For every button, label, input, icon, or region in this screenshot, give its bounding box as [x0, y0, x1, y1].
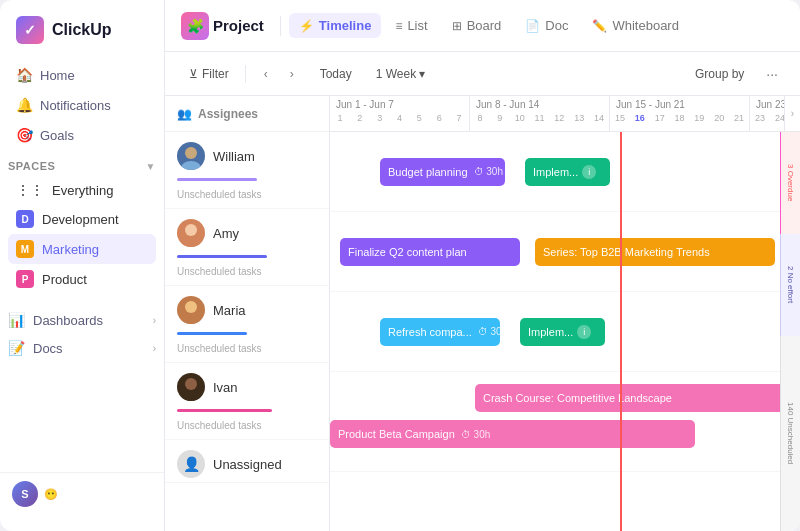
day-23: 23	[750, 113, 770, 125]
dashboards-icon: 📊	[8, 312, 25, 328]
today-button[interactable]: Today	[312, 63, 360, 85]
filter-button[interactable]: ⊻ Filter	[181, 63, 237, 85]
task-label-budget: Budget planning	[388, 166, 468, 178]
user-name-unassigned: Unassigned	[213, 457, 282, 472]
sidebar-item-product[interactable]: P Product	[8, 264, 156, 294]
spaces-section-header: Spaces ▼	[0, 150, 164, 176]
scroll-arrow-icon: ›	[791, 108, 794, 119]
assignee-info-unassigned: 👤 Unassigned	[165, 440, 329, 482]
sidebar-label-docs: Docs	[33, 341, 63, 356]
project-icon: 🧩	[181, 12, 209, 40]
user-area[interactable]: S 😶	[0, 472, 164, 515]
svg-point-7	[181, 392, 201, 401]
sidebar-item-marketing[interactable]: M Marketing	[8, 234, 156, 264]
week-group-3: Jun 15 - Jun 21 15161718192021	[610, 96, 750, 131]
marketing-dot: M	[16, 240, 34, 258]
days-row-2: 891011121314	[470, 113, 609, 125]
unscheduled-maria: Unscheduled tasks	[165, 343, 329, 362]
scroll-indicator[interactable]: ›	[784, 96, 800, 131]
task-finalize-q2[interactable]: Finalize Q2 content plan	[340, 238, 520, 266]
tab-label-timeline: Timeline	[319, 18, 372, 33]
timeline-header: Jun 1 - Jun 7 1234567 Jun 8 - Jun 14 891…	[330, 96, 800, 132]
day-3: 3	[370, 113, 390, 125]
assignee-info-maria: Maria	[165, 286, 329, 328]
task-label-impl-william: Implem...	[533, 166, 578, 178]
task-implement-maria[interactable]: Implem... i	[520, 318, 605, 346]
task-refresh-company[interactable]: Refresh compa... ⏱ 30h	[380, 318, 500, 346]
task-label-series: Series: Top B2B Marketing Trends	[543, 246, 710, 258]
assignees-panel: 👥 Assignees William Unscheduled tasks	[165, 96, 330, 531]
day-2: 2	[350, 113, 370, 125]
week-button[interactable]: 1 Week ▾	[368, 63, 433, 85]
avatar-william	[177, 142, 205, 170]
sidebar-item-docs[interactable]: 📝 Docs ›	[0, 334, 164, 362]
main-content: 🧩 Project ⚡ Timeline ≡ List ⊞ Board 📄 Do…	[165, 0, 800, 531]
task-product-beta[interactable]: Product Beta Campaign ⏱ 30h	[330, 420, 695, 448]
tab-label-doc: Doc	[545, 18, 568, 33]
task-budget-planning[interactable]: Budget planning ⏱ 30h	[380, 158, 505, 186]
filter-icon: ⊻	[189, 67, 198, 81]
day-4: 4	[390, 113, 410, 125]
day-6: 6	[429, 113, 449, 125]
unscheduled-label: 140 Unscheduled	[780, 336, 800, 532]
task-crash-course[interactable]: Crash Course: Competitive Landscape	[475, 384, 800, 412]
timeline-grid: Jun 1 - Jun 7 1234567 Jun 8 - Jun 14 891…	[330, 96, 800, 531]
docs-expand-icon: ›	[153, 343, 156, 354]
task-duration-beta: ⏱ 30h	[461, 429, 490, 440]
day-1: 1	[330, 113, 350, 125]
chevron-icon: ▼	[146, 161, 156, 172]
sidebar-item-development[interactable]: D Development	[8, 204, 156, 234]
task-label-impl-maria: Implem...	[528, 326, 573, 338]
assignees-icon: 👥	[177, 107, 192, 121]
tab-timeline[interactable]: ⚡ Timeline	[289, 13, 382, 38]
group-by-button[interactable]: Group by	[687, 63, 752, 85]
nav-item-notifications[interactable]: 🔔 Notifications	[8, 90, 156, 120]
sidebar-label-product: Product	[42, 272, 87, 287]
tab-board[interactable]: ⊞ Board	[442, 13, 512, 38]
nav-label-home: Home	[40, 68, 75, 83]
bell-icon: 🔔	[16, 97, 32, 113]
user-name-ivan: Ivan	[213, 380, 238, 395]
day-19: 19	[689, 113, 709, 125]
week-group-1: Jun 1 - Jun 7 1234567	[330, 96, 470, 131]
sidebar-item-everything[interactable]: ⋮⋮ Everything	[8, 176, 156, 204]
tab-doc[interactable]: 📄 Doc	[515, 13, 578, 38]
assignee-row-william: William Unscheduled tasks	[165, 132, 329, 209]
sidebar-label-dashboards: Dashboards	[33, 313, 103, 328]
spaces-label: Spaces	[8, 160, 55, 172]
day-21: 21	[729, 113, 749, 125]
gantt-row-unassigned	[330, 472, 800, 531]
assignee-info-ivan: Ivan	[165, 363, 329, 405]
task-implement-william[interactable]: Implem... i	[525, 158, 610, 186]
prev-arrow[interactable]: ‹	[254, 62, 278, 86]
user-status-icon: 😶	[44, 488, 58, 501]
task-series-b2b[interactable]: Series: Top B2B Marketing Trends	[535, 238, 775, 266]
logo: ✓ ClickUp	[0, 16, 164, 60]
day-14: 14	[589, 113, 609, 125]
more-options-button[interactable]: ···	[760, 62, 784, 86]
sidebar-item-dashboards[interactable]: 📊 Dashboards ›	[0, 306, 164, 334]
development-dot: D	[16, 210, 34, 228]
next-arrow[interactable]: ›	[280, 62, 304, 86]
sidebar: ✓ ClickUp 🏠 Home 🔔 Notifications 🎯 Goals…	[0, 0, 165, 531]
tab-list[interactable]: ≡ List	[385, 13, 437, 38]
week-label: 1 Week	[376, 67, 416, 81]
timeline-icon: ⚡	[299, 19, 314, 33]
avatar: S	[12, 481, 38, 507]
filter-label: Filter	[202, 67, 229, 81]
timeline-area: 👥 Assignees William Unscheduled tasks	[165, 96, 800, 531]
tab-label-board: Board	[467, 18, 502, 33]
tab-whiteboard[interactable]: ✏️ Whiteboard	[582, 13, 688, 38]
nav-item-goals[interactable]: 🎯 Goals	[8, 120, 156, 150]
user-bar-amy	[177, 255, 267, 258]
week-group-2: Jun 8 - Jun 14 891011121314	[470, 96, 610, 131]
tab-label-list: List	[407, 18, 427, 33]
assignee-info-william: William	[165, 132, 329, 174]
doc-icon: 📄	[525, 19, 540, 33]
svg-point-0	[185, 147, 197, 159]
nav-item-home[interactable]: 🏠 Home	[8, 60, 156, 90]
task-label-product-beta: Product Beta Campaign	[338, 428, 455, 440]
day-16-today: 16	[630, 113, 650, 125]
day-5: 5	[409, 113, 429, 125]
day-15: 15	[610, 113, 630, 125]
